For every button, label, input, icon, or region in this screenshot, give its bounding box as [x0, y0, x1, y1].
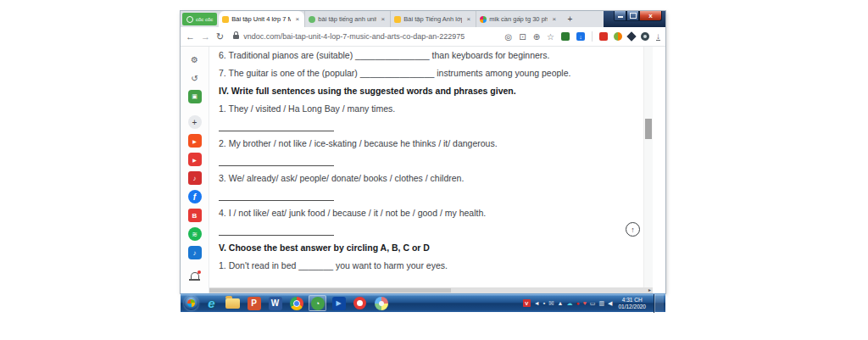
coccoc-brand-label: cốc cốc [196, 17, 213, 22]
taskbar-file-explorer[interactable] [224, 295, 242, 311]
toolbar-divider [592, 31, 593, 42]
taskbar-coccoc[interactable]: ◔ [309, 295, 326, 311]
minimize-button[interactable] [614, 11, 626, 21]
tab-close-icon[interactable]: × [550, 15, 558, 23]
opera-icon [353, 297, 366, 309]
tab-hoidap[interactable]: mik cần gấp tg 30 phút câu b × [476, 11, 561, 27]
horizontal-scrollbar-thumb[interactable] [209, 288, 451, 293]
bell-icon [191, 272, 199, 279]
address-bar[interactable]: vndoc.com/bai-tap-unit-4-lop-7-music-and… [230, 32, 498, 41]
answer-line [219, 190, 334, 201]
tray-show-hidden-icons[interactable]: ▲ [557, 300, 563, 306]
tab-search-tieng-anh[interactable]: bài tập tiếng anh unit 4 lớp 7 × [304, 11, 390, 27]
zoom-icon[interactable]: ⊕ [533, 32, 540, 42]
taskbar-opera[interactable] [351, 295, 369, 311]
start-button[interactable] [184, 296, 198, 310]
scroll-to-top-button[interactable]: ↑ [626, 222, 640, 237]
tray-antivirus-icon[interactable]: ♥ [583, 300, 587, 306]
coccoc-brand-button[interactable]: cốc cốc [182, 13, 217, 25]
chrome-icon [290, 297, 303, 310]
forward-icon[interactable]: → [201, 32, 210, 42]
tray-status-icon[interactable]: ● [576, 300, 579, 306]
vndoc-favicon [394, 16, 401, 23]
browser-toolbar: ← → ↻ vndoc.com/bai-tap-unit-4-lop-7-mus… [181, 27, 665, 47]
tray-volume-icon[interactable]: ◀ [608, 300, 612, 306]
address-bar-actions: ◎ ⊡ ⊕ ☆ ↓ ↓ [505, 31, 660, 42]
show-desktop-button[interactable] [654, 294, 664, 313]
taskbar-clock[interactable]: 4:31 CH 01/12/2020 [618, 297, 646, 310]
tray-icon[interactable]: ▪ [543, 300, 545, 306]
history-icon[interactable]: ↺ [188, 71, 202, 85]
tab-vndoc-unit4[interactable]: Bài tập Unit 4 lớp 7 Music an × [219, 11, 304, 27]
sentence-7: 7. The guitar is one of the (popular) __… [219, 67, 607, 79]
back-icon[interactable]: ← [186, 32, 195, 42]
tiktok-icon[interactable]: ♪ [188, 246, 202, 259]
taskbar-internet-explorer[interactable]: e [203, 295, 220, 311]
bookmark-star-icon[interactable]: ☆ [547, 32, 554, 42]
spotify-icon[interactable]: ≋ [188, 227, 202, 241]
taskbar-media-player[interactable]: ▶ [330, 295, 348, 311]
iv-item-4: 4. I / not like/ eat/ junk food / becaus… [219, 207, 607, 219]
search-favicon [309, 16, 315, 23]
tray-icon[interactable]: ☒ [548, 300, 554, 306]
vertical-scrollbar[interactable] [643, 47, 653, 287]
url-text[interactable]: vndoc.com/bai-tap-unit-4-lop-7-music-and… [243, 32, 465, 41]
cast-icon[interactable]: ⊡ [519, 32, 526, 42]
news-icon[interactable]: B [188, 209, 202, 222]
wallet-extension-icon[interactable] [599, 32, 608, 41]
vertical-scrollbar-thumb[interactable] [645, 119, 652, 139]
lock-icon [233, 35, 239, 39]
taskbar-powerpoint[interactable]: P [245, 295, 263, 311]
reader-mode-icon[interactable]: ◎ [505, 32, 513, 42]
taskbar-chrome[interactable] [287, 295, 305, 311]
exercise-document: 6. Traditional pianos are (suitable) ___… [219, 49, 607, 277]
browser-window: cốc cốc Bài tập Unit 4 lớp 7 Music an × … [181, 11, 665, 293]
youtube-icon[interactable]: ▶ [188, 153, 202, 166]
tray-cloud-icon[interactable]: ☁ [566, 300, 572, 306]
zing-mp3-icon[interactable]: ♪ [188, 171, 202, 185]
paint-icon [375, 297, 388, 310]
windows-taskbar: e P W ◔ ▶ V ◄ ▪ ☒ ▲ ☁ ● ♥ ▭ ▥ ◀ 4:31 CH … [181, 293, 665, 312]
notification-dot [198, 270, 201, 274]
tab-close-icon[interactable]: × [465, 15, 472, 23]
reload-icon[interactable]: ↻ [216, 32, 224, 42]
games-icon[interactable]: ▣ [188, 90, 202, 103]
maximize-button[interactable] [626, 11, 639, 21]
taskbar-word[interactable]: W [266, 295, 284, 311]
notifications-bell-icon[interactable] [188, 268, 202, 281]
reward-extension-icon[interactable] [614, 32, 622, 41]
tab-close-icon[interactable]: × [293, 15, 301, 23]
adblock-shield-icon[interactable] [561, 32, 570, 41]
taskbar-paint[interactable] [372, 295, 390, 311]
ie-icon: e [208, 296, 214, 310]
section-iv-heading: IV. Write full sentences using the sugge… [219, 85, 607, 97]
coccoc-icon: ◔ [311, 297, 325, 310]
tray-display-icon[interactable]: ▭ [590, 300, 596, 306]
answer-line [219, 155, 334, 166]
horizontal-scrollbar[interactable]: ▸ [209, 287, 653, 293]
media-player-icon: ▶ [332, 297, 346, 310]
tray-icon[interactable]: ◄ [534, 300, 540, 306]
profile-extension-icon[interactable] [641, 32, 649, 41]
coccoc-logo-icon [186, 16, 193, 23]
extensions-area [599, 32, 649, 41]
facebook-icon[interactable]: f [188, 190, 202, 203]
tab-title: bài tập tiếng anh unit 4 lớp 7 [318, 15, 376, 23]
downloads-icon[interactable]: ↓ [656, 32, 660, 41]
vndoc-favicon [222, 16, 229, 23]
tab-title: Bài tập Tiếng Anh lớp 7 Unit [403, 15, 462, 23]
download-box-icon[interactable]: ↓ [576, 32, 585, 41]
tray-app-icon[interactable]: V [523, 299, 531, 307]
iv-item-3: 3. We/ already/ ask/ people/ donate/ boo… [219, 172, 607, 184]
tab-vndoc-lop7[interactable]: Bài tập Tiếng Anh lớp 7 Unit × [390, 11, 476, 27]
browser-body: ⚙ ↺ ▣ + ▶ ▶ ♪ f B ≋ ♪ ⋯ 6. Tradit [181, 47, 665, 293]
settings-icon[interactable]: ⚙ [188, 53, 202, 66]
pin-extension-icon[interactable] [626, 31, 636, 41]
new-tab-button[interactable]: + [564, 14, 576, 25]
music-icon[interactable]: ▶ [188, 134, 202, 148]
tray-network-icon[interactable]: ▥ [598, 300, 604, 306]
close-button[interactable]: x [639, 11, 662, 21]
scroll-right-arrow-icon[interactable]: ▸ [648, 287, 651, 293]
add-shortcut-icon[interactable]: + [188, 115, 202, 129]
tab-close-icon[interactable]: × [379, 15, 387, 23]
